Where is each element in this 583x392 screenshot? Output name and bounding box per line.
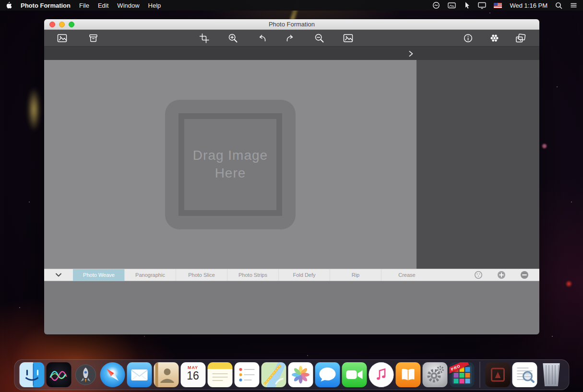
- dock-item-photo-formation-pro[interactable]: PRO: [449, 362, 474, 387]
- dots-circle-button[interactable]: [474, 271, 483, 279]
- import-archive-icon[interactable]: [88, 33, 98, 43]
- zoom-in-icon[interactable]: [227, 33, 238, 43]
- dock: MAY 16 PRO: [14, 359, 569, 390]
- calendar-day-label: 16: [180, 370, 205, 381]
- dock-item-safari[interactable]: [100, 362, 125, 387]
- image-drop-zone[interactable]: Drag Image Here: [165, 100, 296, 229]
- pink-star-decor: [542, 144, 547, 148]
- dock-item-maps[interactable]: [261, 362, 286, 387]
- menu-bar-status-area: Wed 1:16 PM: [432, 1, 577, 9]
- displays-icon[interactable]: [478, 1, 486, 9]
- menu-edit[interactable]: Edit: [98, 2, 108, 9]
- options-bar: [44, 46, 539, 60]
- dock-item-siri[interactable]: [46, 362, 71, 387]
- menu-bar: Photo Formation File Edit Window Help We…: [0, 0, 583, 11]
- expand-options-chevron[interactable]: [406, 49, 415, 58]
- dock-item-trash[interactable]: [539, 362, 564, 387]
- title-bar[interactable]: Photo Formation: [44, 19, 539, 30]
- tab-photo-strips[interactable]: Photo Strips: [227, 269, 278, 281]
- menu-bar-clock[interactable]: Wed 1:16 PM: [510, 2, 547, 9]
- dock-divider: [479, 362, 480, 388]
- photo-frame-icon[interactable]: [343, 33, 353, 43]
- dock-item-finder[interactable]: [19, 362, 44, 387]
- info-icon[interactable]: [463, 33, 473, 43]
- notification-center-icon[interactable]: [570, 1, 577, 9]
- calendar-month-label: MAY: [180, 362, 205, 370]
- window-title: Photo Formation: [44, 21, 539, 28]
- bottom-panel: [44, 281, 539, 334]
- dock-item-photos[interactable]: [288, 362, 313, 387]
- tab-photo-slice[interactable]: Photo Slice: [176, 269, 227, 281]
- sync-circle-icon[interactable]: [432, 1, 440, 9]
- tab-fold-defy[interactable]: Fold Defy: [278, 269, 330, 281]
- photo-formation-window: Photo Formation: [44, 19, 539, 334]
- remove-button[interactable]: [520, 271, 529, 279]
- random-layout-icon[interactable]: [515, 33, 526, 43]
- dock-item-preview[interactable]: [512, 362, 537, 387]
- dock-item-reminders[interactable]: [234, 362, 259, 387]
- nebula-glow-decor: [28, 87, 40, 131]
- toolbar-left-group: [57, 30, 98, 46]
- photo-library-icon[interactable]: [57, 33, 67, 43]
- trash-ridges: [542, 365, 560, 384]
- redo-icon[interactable]: [285, 33, 296, 43]
- tab-bar-actions: [474, 269, 529, 281]
- dock-item-system-preferences[interactable]: [422, 362, 447, 387]
- toolbar: [44, 30, 539, 46]
- dock-item-ibooks[interactable]: [395, 362, 420, 387]
- flag-canton: [494, 3, 498, 6]
- red-star-decor: [565, 280, 572, 287]
- spotlight-search-icon[interactable]: [555, 1, 562, 9]
- menu-help[interactable]: Help: [148, 2, 161, 9]
- toolbar-center-group: [199, 30, 353, 46]
- apple-menu[interactable]: [6, 1, 12, 9]
- add-button[interactable]: [497, 271, 506, 279]
- photo-card-icon[interactable]: [448, 1, 456, 9]
- collapse-tabs-chevron[interactable]: [44, 269, 73, 281]
- effects-tab-bar: Photo Weave Panographic Photo Slice Phot…: [44, 269, 539, 281]
- effects-dots-icon[interactable]: [489, 33, 500, 43]
- editing-canvas: Drag Image Here: [44, 60, 416, 269]
- drop-hint-text: Drag Image Here: [187, 147, 274, 182]
- dock-item-facetime[interactable]: [342, 362, 367, 387]
- active-app-name[interactable]: Photo Formation: [21, 2, 71, 9]
- dock-item-messages[interactable]: [315, 362, 340, 387]
- dock-item-mail[interactable]: [127, 362, 152, 387]
- dock-item-calendar[interactable]: MAY 16: [180, 362, 205, 387]
- menu-file[interactable]: File: [79, 2, 89, 9]
- workspace: Drag Image Here: [44, 60, 539, 269]
- dock-item-itunes[interactable]: [369, 362, 393, 387]
- tab-rip[interactable]: Rip: [330, 269, 381, 281]
- crop-icon[interactable]: [199, 33, 209, 43]
- toolbar-right-group: [463, 30, 526, 46]
- tab-crease[interactable]: Crease: [381, 269, 432, 281]
- tab-photo-weave[interactable]: Photo Weave: [73, 269, 124, 281]
- zoom-out-icon[interactable]: [314, 33, 324, 43]
- tab-panographic[interactable]: Panographic: [124, 269, 176, 281]
- side-panel: [416, 60, 539, 269]
- dock-item-launchpad[interactable]: [73, 362, 98, 387]
- dock-item-contacts[interactable]: [154, 362, 178, 387]
- menu-window[interactable]: Window: [117, 2, 139, 9]
- dock-item-dark-app[interactable]: [485, 362, 510, 387]
- undo-icon[interactable]: [256, 33, 267, 43]
- pointer-icon[interactable]: [464, 1, 470, 9]
- input-language-flag[interactable]: [494, 3, 502, 8]
- dock-item-notes[interactable]: [207, 362, 232, 387]
